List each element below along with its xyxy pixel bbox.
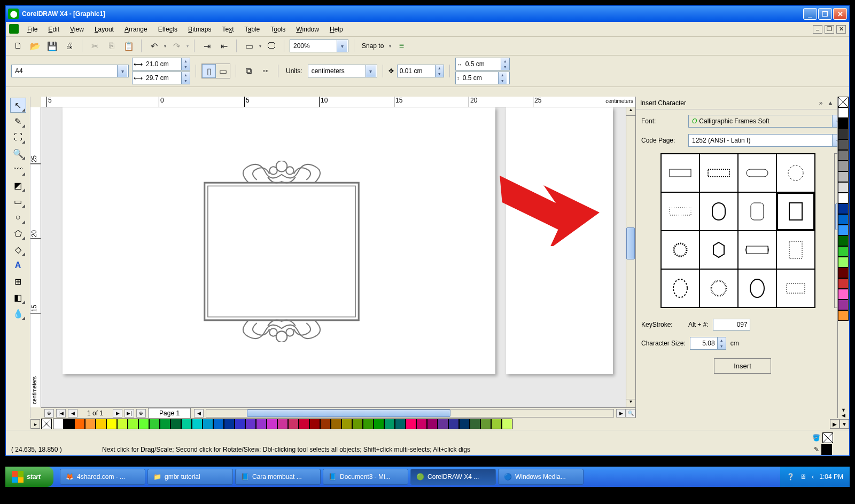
color-swatch[interactable] [331,419,341,429]
welcome-button[interactable]: 🖵 [265,39,278,53]
appstart-button[interactable]: ▭ [242,39,256,53]
charsize-spin[interactable]: ▲▼ [690,337,726,350]
color-swatch[interactable] [288,419,299,429]
text-tool[interactable]: A [10,258,26,273]
print-button[interactable]: 🖨 [63,39,76,53]
all-pages-button[interactable]: ⧉ [242,64,255,78]
undo-button[interactable]: ↶ [147,39,161,53]
cut-button[interactable]: ✂ [88,39,102,53]
dup-x-spin[interactable]: ↔▲▼ [455,58,510,70]
hscroll-right[interactable]: ▶ [616,409,626,418]
char-cell[interactable] [699,231,738,269]
zoom-tool[interactable]: 🔍 [10,146,26,161]
color-swatch[interactable] [106,419,117,429]
color-swatch[interactable] [374,419,384,429]
color-swatch[interactable] [363,419,374,429]
char-cell[interactable] [661,192,699,231]
color-swatch[interactable] [438,419,448,429]
crop-tool[interactable]: ⛶ [10,130,26,145]
char-cell[interactable] [699,192,738,231]
mdi-close[interactable]: ✕ [836,25,846,34]
color-swatch[interactable] [838,171,849,182]
color-swatch[interactable] [395,419,406,429]
task-firefox[interactable]: 🦊4shared.com - ... [60,469,145,485]
menu-window[interactable]: Window [291,23,324,35]
menu-layout[interactable]: Layout [89,23,119,35]
menu-bitmaps[interactable]: Bitmaps [183,23,216,35]
redo-button[interactable]: ↷ [169,39,183,53]
menu-tools[interactable]: Tools [265,23,291,35]
task-folder[interactable]: 📁gmbr tutorial [147,469,233,485]
start-button[interactable]: start [5,467,53,487]
char-cell[interactable] [661,154,699,192]
task-word1[interactable]: 📘Cara membuat ... [235,469,321,485]
menu-text[interactable]: Text [216,23,239,35]
color-swatch[interactable] [838,289,849,300]
color-swatch[interactable] [117,419,128,429]
page-tab-1[interactable]: Page 1 [148,408,191,418]
color-swatch[interactable] [838,225,849,235]
color-swatch[interactable] [277,419,288,429]
color-swatch[interactable] [838,257,849,267]
color-swatch[interactable] [181,419,192,429]
tray-display-icon[interactable]: 🖥 [800,473,806,481]
task-coreldraw[interactable]: 🟢CorelDRAW X4 ... [410,469,496,485]
no-color-swatch[interactable] [41,419,52,429]
color-swatch[interactable] [838,278,849,289]
color-swatch[interactable] [74,419,85,429]
char-cell-selected[interactable] [776,192,815,231]
rectangle-tool[interactable]: ▭ [10,194,26,209]
char-cell[interactable] [738,231,776,269]
color-swatch[interactable] [245,419,256,429]
color-swatch[interactable] [838,182,849,193]
add-page-after[interactable]: ⊕ [136,409,146,418]
char-cell[interactable] [699,154,738,192]
color-swatch[interactable] [341,419,352,429]
tray-collapse-icon[interactable]: ‹ [812,473,814,481]
dup-y-spin[interactable]: ↕▲▼ [455,72,510,84]
docker-expand[interactable]: » [816,99,826,107]
char-cell[interactable] [738,192,776,231]
palette-right[interactable]: ▶ [830,419,840,429]
font-combo[interactable]: OCalligraphic Frames Soft [688,115,844,128]
color-swatch[interactable] [406,419,416,429]
char-cell[interactable] [776,154,815,192]
paste-button[interactable]: 📋 [122,39,136,53]
color-swatch[interactable] [299,419,309,429]
codepage-combo[interactable]: 1252 (ANSI - Latin I) [688,134,844,147]
color-swatch[interactable] [320,419,331,429]
color-swatch[interactable] [235,419,245,429]
keystroke-input[interactable] [713,319,750,330]
ruler-horizontal[interactable]: centimeters 5 0 5 10 15 20 25 [41,97,635,107]
system-tray[interactable]: ❔ 🖥 ‹ 1:04 PM [780,467,850,487]
tray-help-icon[interactable]: ❔ [787,473,795,481]
options-button[interactable]: ≡ [394,39,408,53]
color-swatch[interactable] [838,235,849,246]
color-swatch[interactable] [838,129,849,139]
color-swatch[interactable] [838,310,849,321]
page-width-spin[interactable]: ⟷▲▼ [132,58,190,70]
current-page-button[interactable]: ▫▫ [259,64,273,78]
vertical-scrollbar[interactable]: ▲ ▼ [626,107,635,407]
close-button[interactable]: ✕ [833,8,847,20]
minimize-button[interactable]: _ [803,8,817,20]
maximize-button[interactable]: ❐ [818,8,832,20]
color-swatch[interactable] [838,107,849,118]
frame-graphic[interactable] [199,161,364,342]
page-size-combo[interactable]: A4 [11,65,129,77]
open-button[interactable]: 📂 [28,39,42,53]
task-word2[interactable]: 📘Document3 - Mi... [323,469,408,485]
task-wmp[interactable]: 🔵Windows Media... [498,469,584,485]
portrait-button[interactable]: ▯ [202,64,216,78]
menu-help[interactable]: Help [324,23,348,35]
palette-flyout[interactable]: ▸ [30,419,40,429]
color-swatch[interactable] [838,118,849,129]
hscroll-left[interactable]: ◀ [194,409,204,418]
color-swatch[interactable] [838,161,849,171]
color-swatch[interactable] [85,419,96,429]
freehand-tool[interactable]: 〰 [10,162,26,177]
color-swatch[interactable] [838,139,849,150]
color-swatch[interactable] [138,419,149,429]
import-button[interactable]: ⇥ [200,39,214,53]
menu-table[interactable]: Table [239,23,266,35]
